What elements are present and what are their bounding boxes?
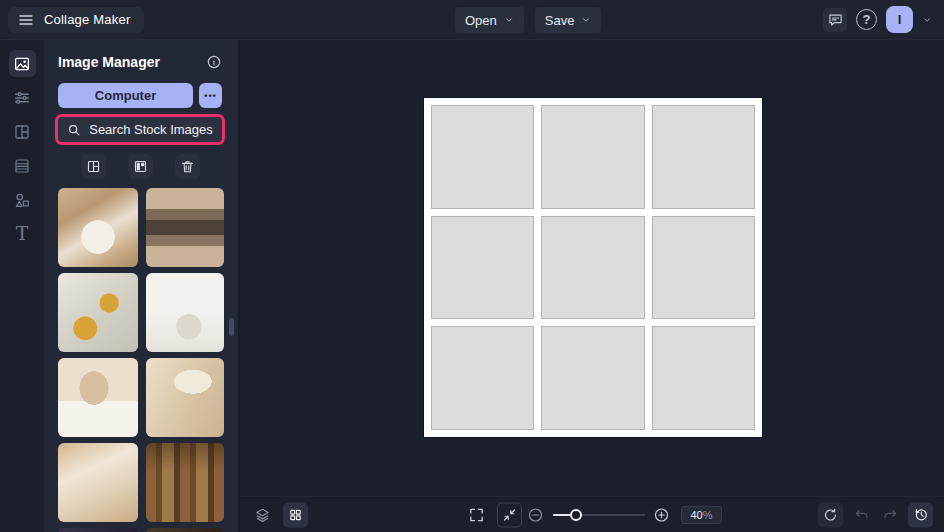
delete-images-button[interactable]: [175, 154, 200, 179]
redo-button[interactable]: [882, 507, 898, 523]
stock-thumbnail[interactable]: [146, 528, 224, 532]
stock-thumbnail[interactable]: [146, 443, 224, 522]
grid-view-button[interactable]: [81, 154, 106, 179]
compact-view-button[interactable]: [128, 154, 153, 179]
topbar-right-group: ? I: [823, 6, 932, 33]
collage-cell[interactable]: [431, 326, 534, 430]
account-menu-chevron-icon[interactable]: [922, 15, 932, 25]
pattern-lines-icon: [13, 157, 31, 175]
undo-icon: [854, 507, 870, 523]
bottom-toolbar: 40%: [240, 496, 944, 532]
file-actions: Open Save: [455, 7, 601, 33]
redo-icon: [882, 507, 898, 523]
reset-button[interactable]: [818, 502, 843, 527]
dashboard-layout-icon: [133, 159, 148, 174]
stock-thumbnail[interactable]: [146, 188, 224, 267]
stock-thumbnail[interactable]: [58, 528, 138, 532]
layers-icon: [254, 506, 271, 523]
search-icon: [67, 123, 81, 137]
undo-button[interactable]: [854, 507, 870, 523]
stock-thumbnail[interactable]: [146, 273, 224, 352]
main-menu-button[interactable]: Collage Maker: [8, 7, 144, 33]
image-icon: [13, 55, 31, 73]
minus-circle-icon: [527, 506, 544, 523]
fullscreen-button[interactable]: [468, 506, 485, 523]
layers-button[interactable]: [254, 506, 271, 523]
refresh-icon: [823, 507, 838, 522]
computer-source-button[interactable]: Computer: [58, 83, 193, 108]
app-title: Collage Maker: [44, 12, 130, 27]
grid-view-toggle-button[interactable]: [283, 502, 308, 527]
layout-grid-icon: [13, 123, 31, 141]
text-tool-icon: T: [16, 224, 29, 243]
fit-to-screen-button[interactable]: [497, 502, 522, 527]
left-tool-rail: T: [0, 40, 44, 532]
collage-cell[interactable]: [541, 105, 644, 209]
hamburger-menu-icon: [18, 12, 34, 28]
stock-thumbnail[interactable]: [58, 273, 138, 352]
collage-cell[interactable]: [652, 216, 755, 320]
rail-item-image-manager[interactable]: [9, 50, 36, 77]
rail-item-layouts[interactable]: [9, 118, 36, 145]
zoom-value: 40: [690, 509, 702, 521]
history-button[interactable]: [908, 502, 933, 527]
open-button[interactable]: Open: [455, 7, 524, 33]
rail-item-graphics[interactable]: [9, 186, 36, 213]
collage-grid: [431, 105, 755, 430]
avatar-initial: I: [898, 12, 902, 27]
chevron-down-icon: [504, 15, 514, 25]
zoom-level-display[interactable]: 40%: [681, 506, 722, 524]
history-clock-icon: [913, 507, 929, 523]
rail-item-patterns[interactable]: [9, 152, 36, 179]
zoom-slider-handle[interactable]: [570, 509, 582, 521]
collage-cell[interactable]: [652, 105, 755, 209]
zoom-in-button[interactable]: [653, 506, 670, 523]
workspace: 40%: [240, 40, 944, 532]
collage-maker-app: Collage Maker Open Save ? I: [0, 0, 944, 532]
stock-thumbnail-grid: [58, 188, 222, 532]
sliders-icon: [13, 89, 31, 107]
info-button[interactable]: [206, 54, 222, 70]
stock-thumbnail[interactable]: [58, 188, 138, 267]
rail-item-text[interactable]: T: [9, 220, 36, 247]
question-mark-icon: ?: [863, 12, 871, 27]
zoom-slider[interactable]: [553, 509, 645, 521]
stock-thumbnail[interactable]: [146, 358, 224, 437]
image-manager-panel: Image Manager Computer ••• Search Stock …: [44, 40, 240, 532]
more-sources-button[interactable]: •••: [199, 83, 222, 108]
rail-item-edit[interactable]: [9, 84, 36, 111]
collage-cell[interactable]: [431, 105, 534, 209]
collapse-arrows-icon: [502, 507, 517, 522]
search-stock-images-button[interactable]: Search Stock Images: [58, 117, 222, 142]
info-icon: [206, 54, 222, 70]
plus-circle-icon: [653, 506, 670, 523]
trash-icon: [180, 159, 195, 174]
top-bar: Collage Maker Open Save ? I: [0, 0, 944, 40]
save-button[interactable]: Save: [535, 7, 602, 33]
grid-small-icon: [288, 507, 303, 522]
collage-cell[interactable]: [541, 326, 644, 430]
expand-icon: [468, 506, 485, 523]
collage-canvas[interactable]: [424, 98, 762, 437]
panel-scrollbar-thumb[interactable]: [229, 318, 234, 336]
panel-title: Image Manager: [58, 54, 160, 70]
chat-bubble-icon: [828, 12, 843, 27]
grid-layout-icon: [86, 159, 101, 174]
chevron-down-icon: [581, 15, 591, 25]
stock-thumbnail[interactable]: [58, 358, 138, 437]
collage-cell[interactable]: [431, 216, 534, 320]
zoom-unit: %: [703, 509, 713, 521]
collage-cell[interactable]: [652, 326, 755, 430]
stock-thumbnail[interactable]: [58, 443, 138, 522]
thumbnail-view-tools: [58, 154, 222, 179]
feedback-button[interactable]: [823, 8, 847, 32]
account-avatar[interactable]: I: [886, 6, 913, 33]
help-button[interactable]: ?: [856, 9, 877, 30]
shapes-icon: [13, 191, 31, 209]
collage-cell[interactable]: [541, 216, 644, 320]
zoom-out-button[interactable]: [527, 506, 544, 523]
